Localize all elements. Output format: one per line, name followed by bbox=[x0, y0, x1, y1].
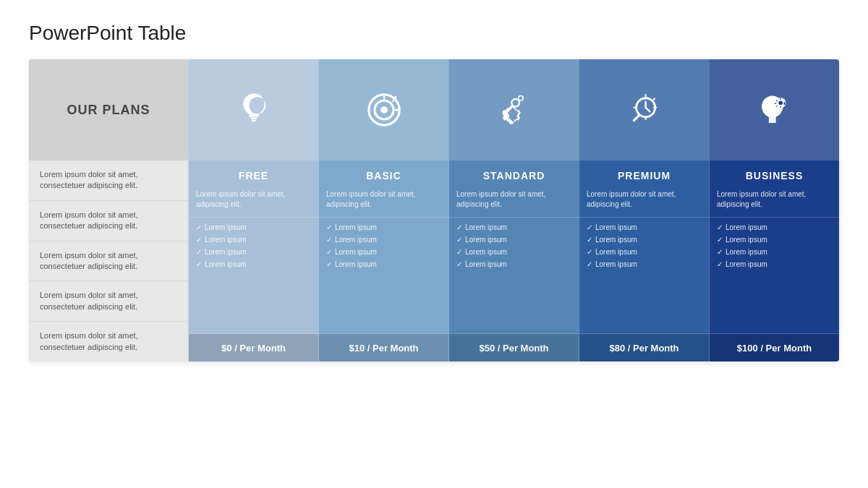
feature-item: ✓Lorem ipsum bbox=[587, 260, 702, 268]
svg-point-7 bbox=[778, 100, 783, 105]
check-icon: ✓ bbox=[196, 260, 202, 268]
lightbulb-icon bbox=[232, 88, 276, 132]
feature-item: ✓Lorem ipsum bbox=[326, 248, 441, 256]
plan-header-premium bbox=[579, 59, 709, 160]
plan-features-business: ✓Lorem ipsum ✓Lorem ipsum ✓Lorem ipsum ✓… bbox=[710, 218, 839, 334]
check-icon: ✓ bbox=[587, 223, 592, 231]
plan-header-free bbox=[189, 59, 318, 160]
check-icon: ✓ bbox=[717, 248, 723, 256]
check-icon: ✓ bbox=[587, 236, 592, 244]
check-icon: ✓ bbox=[717, 236, 723, 244]
plan-price-cell-business: $100 / Per Month bbox=[710, 334, 839, 361]
check-icon: ✓ bbox=[196, 223, 202, 231]
plan-features-free: ✓Lorem ipsum ✓Lorem ipsum ✓Lorem ipsum ✓… bbox=[189, 218, 318, 334]
feature-item: ✓Lorem ipsum bbox=[326, 260, 441, 268]
plan-name-business: BUSINESS bbox=[746, 170, 804, 181]
feature-item: ✓Lorem ipsum bbox=[456, 223, 571, 231]
plan-price-cell-premium: $80 / Per Month bbox=[579, 334, 709, 361]
page-wrapper: PowerPoint Table OUR PLANS Lorem ipsum d… bbox=[0, 0, 868, 376]
plan-col-free: FREE Lorem ipsum dolor sit amet, adipisc… bbox=[188, 59, 318, 361]
plan-price-free: $0 / Per Month bbox=[221, 343, 286, 354]
feature-item: ✓Lorem ipsum bbox=[196, 248, 311, 256]
check-icon: ✓ bbox=[587, 260, 592, 268]
plan-desc-free: Lorem ipsum dolor sit amet, adipiscing e… bbox=[189, 187, 318, 218]
check-icon: ✓ bbox=[456, 223, 462, 231]
feature-item: ✓Lorem ipsum bbox=[456, 236, 571, 244]
plan-header-basic bbox=[319, 59, 448, 160]
plan-name-cell-free: FREE bbox=[189, 160, 318, 187]
pricing-table: OUR PLANS Lorem ipsum dolor sit amet, co… bbox=[29, 59, 839, 361]
feature-item: ✓Lorem ipsum bbox=[196, 260, 311, 268]
feature-item: ✓Lorem ipsum bbox=[456, 260, 571, 268]
plan-col-basic: BASIC Lorem ipsum dolor sit amet, adipis… bbox=[318, 59, 448, 361]
plan-features-standard: ✓Lorem ipsum ✓Lorem ipsum ✓Lorem ipsum ✓… bbox=[449, 218, 579, 334]
plan-name-free: FREE bbox=[239, 170, 268, 181]
plan-desc-standard: Lorem ipsum dolor sit amet, adipiscing e… bbox=[449, 187, 579, 218]
check-icon: ✓ bbox=[196, 248, 202, 256]
svg-point-4 bbox=[380, 106, 388, 114]
label-row: Lorem ipsum dolor sit amet, consectetuer… bbox=[29, 241, 188, 282]
plan-body-free: FREE Lorem ipsum dolor sit amet, adipisc… bbox=[189, 160, 318, 361]
plan-price-cell-basic: $10 / Per Month bbox=[319, 334, 448, 361]
label-row: Lorem ipsum dolor sit amet, consectetuer… bbox=[29, 322, 188, 361]
plan-name-premium: PREMIUM bbox=[618, 170, 671, 181]
plan-name-basic: BASIC bbox=[366, 170, 401, 181]
feature-item: ✓Lorem ipsum bbox=[717, 248, 832, 256]
plan-name-cell-standard: STANDARD bbox=[449, 160, 579, 187]
plan-features-premium: ✓Lorem ipsum ✓Lorem ipsum ✓Lorem ipsum ✓… bbox=[579, 218, 709, 334]
feature-item: ✓Lorem ipsum bbox=[717, 223, 832, 231]
plan-name-standard: STANDARD bbox=[483, 170, 545, 181]
plan-desc-basic: Lorem ipsum dolor sit amet, adipiscing e… bbox=[319, 187, 448, 218]
check-icon: ✓ bbox=[326, 223, 332, 231]
check-icon: ✓ bbox=[196, 236, 202, 244]
feature-item: ✓Lorem ipsum bbox=[196, 223, 311, 231]
plans-header-cell: OUR PLANS bbox=[29, 59, 188, 160]
check-icon: ✓ bbox=[456, 236, 462, 244]
labels-column: OUR PLANS Lorem ipsum dolor sit amet, co… bbox=[29, 59, 188, 361]
check-icon: ✓ bbox=[456, 248, 462, 256]
check-icon: ✓ bbox=[717, 260, 723, 268]
plan-name-cell-business: BUSINESS bbox=[710, 160, 839, 187]
plan-body-business: BUSINESS Lorem ipsum dolor sit amet, adi… bbox=[710, 160, 839, 361]
brain-icon bbox=[753, 88, 796, 132]
gears-icon bbox=[493, 88, 536, 132]
plan-name-cell-premium: PREMIUM bbox=[579, 160, 709, 187]
label-rows: Lorem ipsum dolor sit amet, consectetuer… bbox=[29, 160, 188, 361]
plans-title: OUR PLANS bbox=[67, 103, 150, 118]
plan-price-premium: $80 / Per Month bbox=[609, 343, 678, 354]
plan-price-standard: $50 / Per Month bbox=[479, 343, 548, 354]
feature-item: ✓Lorem ipsum bbox=[196, 236, 311, 244]
plan-col-standard: STANDARD Lorem ipsum dolor sit amet, adi… bbox=[448, 59, 579, 361]
feature-item: ✓Lorem ipsum bbox=[717, 260, 832, 268]
plan-body-premium: PREMIUM Lorem ipsum dolor sit amet, adip… bbox=[579, 160, 709, 361]
analytics-icon bbox=[623, 88, 666, 132]
plan-col-business: BUSINESS Lorem ipsum dolor sit amet, adi… bbox=[709, 59, 839, 361]
plan-body-standard: STANDARD Lorem ipsum dolor sit amet, adi… bbox=[449, 160, 579, 361]
feature-item: ✓Lorem ipsum bbox=[326, 236, 441, 244]
check-icon: ✓ bbox=[456, 260, 462, 268]
page-title: PowerPoint Table bbox=[29, 22, 839, 45]
target-icon bbox=[362, 88, 406, 132]
plan-col-premium: PREMIUM Lorem ipsum dolor sit amet, adip… bbox=[579, 59, 709, 361]
check-icon: ✓ bbox=[717, 223, 723, 231]
label-row: Lorem ipsum dolor sit amet, consectetuer… bbox=[29, 201, 188, 241]
plan-body-basic: BASIC Lorem ipsum dolor sit amet, adipis… bbox=[319, 160, 448, 361]
feature-item: ✓Lorem ipsum bbox=[456, 248, 571, 256]
check-icon: ✓ bbox=[326, 260, 332, 268]
plan-header-standard bbox=[449, 59, 579, 160]
plan-desc-premium: Lorem ipsum dolor sit amet, adipiscing e… bbox=[579, 187, 709, 218]
plan-price-basic: $10 / Per Month bbox=[349, 343, 418, 354]
plan-price-cell-standard: $50 / Per Month bbox=[449, 334, 579, 361]
label-row: Lorem ipsum dolor sit amet, consectetuer… bbox=[29, 160, 188, 201]
feature-item: ✓Lorem ipsum bbox=[587, 223, 702, 231]
label-row: Lorem ipsum dolor sit amet, consectetuer… bbox=[29, 281, 188, 322]
check-icon: ✓ bbox=[587, 248, 592, 256]
plan-header-business bbox=[710, 59, 839, 160]
check-icon: ✓ bbox=[326, 236, 332, 244]
plan-price-business: $100 / Per Month bbox=[737, 343, 812, 354]
svg-rect-1 bbox=[251, 120, 256, 121]
plan-features-basic: ✓Lorem ipsum ✓Lorem ipsum ✓Lorem ipsum ✓… bbox=[319, 218, 448, 334]
feature-item: ✓Lorem ipsum bbox=[587, 248, 702, 256]
plan-name-cell-basic: BASIC bbox=[319, 160, 448, 187]
plan-desc-business: Lorem ipsum dolor sit amet, adipiscing e… bbox=[710, 187, 839, 218]
